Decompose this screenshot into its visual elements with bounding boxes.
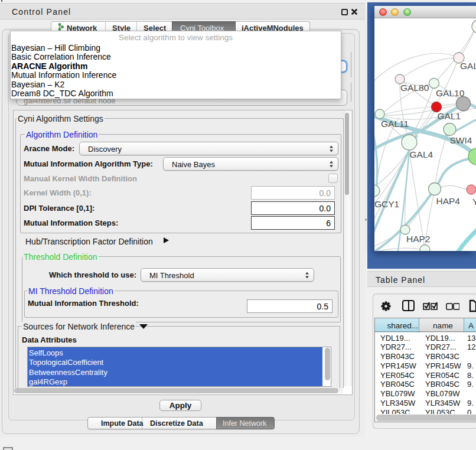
svg-text:GAL4: GAL4 xyxy=(410,149,433,159)
svg-text:GAL80: GAL80 xyxy=(400,83,429,93)
svg-text:GAL10: GAL10 xyxy=(436,88,465,98)
svg-text:SWI4: SWI4 xyxy=(450,135,472,145)
svg-text:GAL7: GAL7 xyxy=(460,61,476,71)
svg-text:HAP2: HAP2 xyxy=(406,234,431,244)
svg-text:Y: Y xyxy=(472,197,476,207)
svg-text:HAP4: HAP4 xyxy=(436,196,461,206)
svg-text:GCY1: GCY1 xyxy=(374,199,399,209)
svg-text:GAL11: GAL11 xyxy=(381,119,409,129)
svg-text:GAL1: GAL1 xyxy=(438,111,461,121)
